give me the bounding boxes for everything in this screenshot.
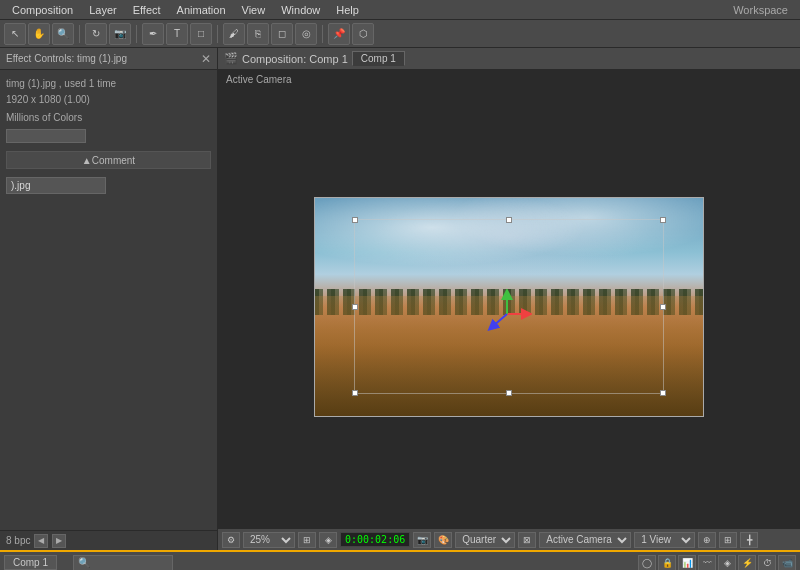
comp-image bbox=[314, 197, 704, 417]
grid-btn[interactable]: ⊞ bbox=[719, 532, 737, 548]
toolbar-zoom[interactable]: 🔍 bbox=[52, 23, 74, 45]
toolbar-puppet[interactable]: ⬡ bbox=[352, 23, 374, 45]
svg-line-2 bbox=[492, 314, 507, 327]
menu-layer[interactable]: Layer bbox=[81, 0, 125, 19]
progress-bar bbox=[6, 129, 86, 143]
comp-settings-btn[interactable]: ⚙ bbox=[222, 532, 240, 548]
comp-tab[interactable]: Comp 1 bbox=[352, 51, 405, 66]
comment-bar[interactable]: ▲ Comment bbox=[6, 151, 211, 169]
quality-btn[interactable]: ◈ bbox=[319, 532, 337, 548]
snapshot-btn[interactable]: 📷 bbox=[413, 532, 431, 548]
timeline-panel: Comp 1 ◯ 🔒 📊 〰 ◈ ⚡ ⏱ 📹 # Source Name ⊞ ⊠… bbox=[0, 550, 800, 570]
menu-composition[interactable]: Composition bbox=[4, 0, 81, 19]
comp-panel-icon: 🎬 bbox=[224, 52, 238, 65]
timecode-display[interactable]: 0:00:02:06 bbox=[340, 532, 410, 547]
tl-btn-motion[interactable]: 〰 bbox=[698, 555, 716, 571]
comp-viewer: Active Camera bbox=[218, 70, 800, 528]
comment-icon: ▲ bbox=[82, 155, 92, 166]
file-info: timg (1).jpg , used 1 time bbox=[6, 76, 211, 92]
timeline-header: Comp 1 ◯ 🔒 📊 〰 ◈ ⚡ ⏱ 📹 bbox=[0, 552, 800, 570]
panel-close-btn[interactable]: ✕ bbox=[201, 52, 211, 66]
comp-canvas-area[interactable] bbox=[222, 89, 796, 524]
toolbar-sep2 bbox=[136, 25, 137, 43]
toolbar-roto[interactable]: ◎ bbox=[295, 23, 317, 45]
gizmo-handle-tm[interactable] bbox=[506, 217, 512, 223]
toolbar-pen[interactable]: ✒ bbox=[142, 23, 164, 45]
gizmo-handle-tl[interactable] bbox=[352, 217, 358, 223]
menu-window[interactable]: Window bbox=[273, 0, 328, 19]
quality-select[interactable]: QuarterHalfFull bbox=[455, 532, 515, 548]
bpc-prev-btn[interactable]: ◀ bbox=[34, 534, 48, 548]
active-camera-label: Active Camera bbox=[222, 74, 292, 85]
colors-info: Millions of Colors bbox=[6, 112, 211, 123]
timeline-search[interactable] bbox=[73, 555, 173, 571]
gizmo-handle-mr[interactable] bbox=[660, 304, 666, 310]
tl-btn-time[interactable]: ⏱ bbox=[758, 555, 776, 571]
bpc-bar: 8 bpc ◀ ▶ bbox=[0, 530, 217, 550]
toolbar-eraser[interactable]: ◻ bbox=[271, 23, 293, 45]
fit-btn[interactable]: ⊞ bbox=[298, 532, 316, 548]
overlay-btn[interactable]: ⊕ bbox=[698, 532, 716, 548]
left-panel: Effect Controls: timg (1).jpg ✕ timg (1)… bbox=[0, 48, 218, 550]
file-dimensions: 1920 x 1080 (1.00) bbox=[6, 92, 211, 108]
center-panel: 🎬 Composition: Comp 1 Comp 1 Active Came… bbox=[218, 48, 800, 550]
main-container: Effect Controls: timg (1).jpg ✕ timg (1)… bbox=[0, 48, 800, 550]
gizmo-handle-bm[interactable] bbox=[506, 390, 512, 396]
toolbar-brush[interactable]: 🖌 bbox=[223, 23, 245, 45]
tl-btn-effect[interactable]: ⚡ bbox=[738, 555, 756, 571]
camera-select[interactable]: Active Camera bbox=[539, 532, 631, 548]
tl-btn-camera2[interactable]: 📹 bbox=[778, 555, 796, 571]
gizmo-handle-tr[interactable] bbox=[660, 217, 666, 223]
toolbar-hand[interactable]: ✋ bbox=[28, 23, 50, 45]
comment-label: Comment bbox=[92, 155, 135, 166]
menu-effect[interactable]: Effect bbox=[125, 0, 169, 19]
toolbar-sep3 bbox=[217, 25, 218, 43]
tl-btn-solo[interactable]: ◯ bbox=[638, 555, 656, 571]
bpc-next-btn[interactable]: ▶ bbox=[52, 534, 66, 548]
toolbar-select[interactable]: ↖ bbox=[4, 23, 26, 45]
effect-controls-title: Effect Controls: timg (1).jpg bbox=[6, 53, 201, 64]
zoom-select[interactable]: 25%50%100% bbox=[243, 532, 295, 548]
tl-btn-chart[interactable]: 📊 bbox=[678, 555, 696, 571]
bpc-label: 8 bpc bbox=[6, 535, 30, 546]
main-toolbar: ↖ ✋ 🔍 ↻ 📷 ✒ T □ 🖌 ⎘ ◻ ◎ 📌 ⬡ bbox=[0, 20, 800, 48]
guides-btn[interactable]: ╋ bbox=[740, 532, 758, 548]
toolbar-text[interactable]: T bbox=[166, 23, 188, 45]
layer-name-box[interactable]: ).jpg bbox=[6, 177, 106, 194]
effect-controls-content: timg (1).jpg , used 1 time 1920 x 1080 (… bbox=[0, 70, 217, 530]
timeline-toolbar-btns: ◯ 🔒 📊 〰 ◈ ⚡ ⏱ 📹 bbox=[638, 555, 796, 571]
toolbar-sep1 bbox=[79, 25, 80, 43]
menu-bar: Composition Layer Effect Animation View … bbox=[0, 0, 800, 20]
effect-controls-header: Effect Controls: timg (1).jpg ✕ bbox=[0, 48, 217, 70]
menu-animation[interactable]: Animation bbox=[169, 0, 234, 19]
show-channel-btn[interactable]: 🎨 bbox=[434, 532, 452, 548]
comp-panel-header: 🎬 Composition: Comp 1 Comp 1 bbox=[218, 48, 800, 70]
toolbar-sep4 bbox=[322, 25, 323, 43]
toolbar-pin[interactable]: 📌 bbox=[328, 23, 350, 45]
resolution-btn[interactable]: ⊠ bbox=[518, 532, 536, 548]
axis-arrows bbox=[482, 289, 532, 339]
menu-view[interactable]: View bbox=[234, 0, 274, 19]
gizmo-handle-ml[interactable] bbox=[352, 304, 358, 310]
tl-btn-lock[interactable]: 🔒 bbox=[658, 555, 676, 571]
tl-btn-mask[interactable]: ◈ bbox=[718, 555, 736, 571]
gizmo-handle-bl[interactable] bbox=[352, 390, 358, 396]
toolbar-camera[interactable]: 📷 bbox=[109, 23, 131, 45]
toolbar-shape[interactable]: □ bbox=[190, 23, 212, 45]
workspace-label: Workspace bbox=[733, 4, 796, 16]
comp-bottom-toolbar: ⚙ 25%50%100% ⊞ ◈ 0:00:02:06 📷 🎨 QuarterH… bbox=[218, 528, 800, 550]
view-select[interactable]: 1 View2 Views bbox=[634, 532, 695, 548]
toolbar-clone[interactable]: ⎘ bbox=[247, 23, 269, 45]
menu-help[interactable]: Help bbox=[328, 0, 367, 19]
gizmo-handle-br[interactable] bbox=[660, 390, 666, 396]
comp-panel-title: Composition: Comp 1 bbox=[242, 53, 348, 65]
timeline-tab[interactable]: Comp 1 bbox=[4, 555, 57, 570]
toolbar-rotate[interactable]: ↻ bbox=[85, 23, 107, 45]
